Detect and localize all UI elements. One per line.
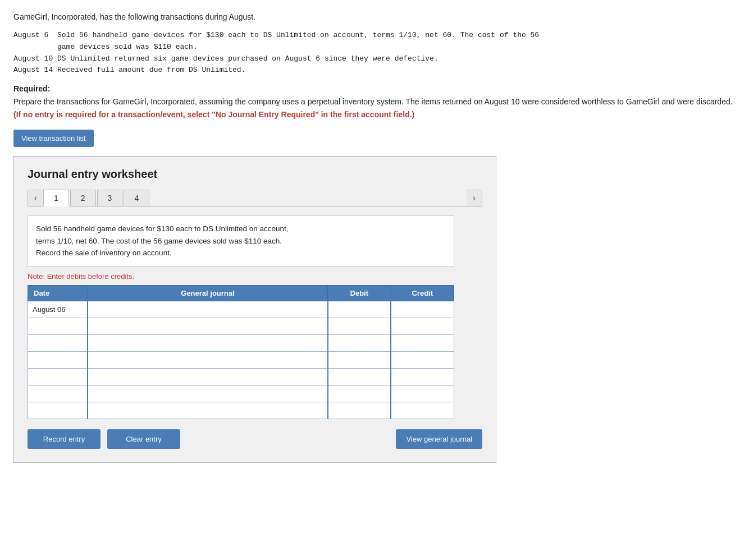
tab-3[interactable]: 3 — [97, 190, 123, 206]
credit-input-1[interactable] — [391, 301, 454, 318]
credit-input-2[interactable] — [391, 318, 454, 334]
prev-tab-button[interactable]: ‹ — [28, 190, 43, 206]
table-row — [28, 318, 454, 334]
debit-input-6[interactable] — [328, 385, 390, 402]
debit-cell-6 — [328, 385, 391, 402]
debit-input-1[interactable] — [328, 301, 390, 318]
date-cell-5 — [28, 368, 88, 385]
table-row — [28, 351, 454, 368]
journal-input-4[interactable] — [88, 352, 327, 368]
tab-1[interactable]: 1 — [43, 190, 69, 206]
debit-cell-2 — [328, 318, 391, 334]
credit-input-4[interactable] — [391, 352, 454, 368]
debit-input-3[interactable] — [328, 335, 390, 351]
debit-input-7[interactable] — [328, 402, 390, 419]
date-header: Date — [28, 285, 88, 301]
note-text: Note: Enter debits before credits. — [28, 272, 482, 281]
required-heading: Required: — [13, 84, 736, 93]
general-journal-header: General journal — [88, 285, 327, 301]
journal-input-5[interactable] — [88, 369, 327, 385]
required-text-red: (If no entry is required for a transacti… — [13, 110, 414, 119]
table-row — [28, 385, 454, 402]
required-text: Prepare the transactions for GameGirl, I… — [13, 95, 736, 121]
date-cell-7 — [28, 402, 88, 419]
table-row — [28, 402, 454, 419]
journal-cell-4 — [88, 351, 327, 368]
journal-cell-6 — [88, 385, 327, 402]
date-cell-2 — [28, 318, 88, 334]
worksheet-container: Journal entry worksheet ‹ 1 2 3 4 › Sold… — [13, 156, 496, 463]
credit-input-7[interactable] — [391, 402, 454, 419]
credit-header: Credit — [391, 285, 454, 301]
journal-input-7[interactable] — [88, 402, 327, 419]
debit-cell-7 — [328, 402, 391, 419]
debit-cell-5 — [328, 368, 391, 385]
table-row — [28, 334, 454, 351]
date-cell-1: August 06 — [28, 301, 88, 318]
credit-cell-7 — [391, 402, 454, 419]
journal-input-1[interactable] — [88, 301, 327, 318]
journal-input-2[interactable] — [88, 318, 327, 334]
journal-input-3[interactable] — [88, 335, 327, 351]
journal-cell-2 — [88, 318, 327, 334]
credit-input-3[interactable] — [391, 335, 454, 351]
next-tab-button[interactable]: › — [467, 190, 482, 206]
bottom-buttons: Record entry Clear entry View general jo… — [28, 429, 482, 449]
tab-4[interactable]: 4 — [124, 190, 149, 206]
journal-cell-1 — [88, 301, 327, 318]
date-cell-3 — [28, 334, 88, 351]
tab-2[interactable]: 2 — [70, 190, 96, 206]
credit-cell-3 — [391, 334, 454, 351]
credit-cell-5 — [391, 368, 454, 385]
intro-text: GameGirl, Incorporated, has the followin… — [13, 11, 736, 23]
journal-cell-3 — [88, 334, 327, 351]
journal-cell-5 — [88, 368, 327, 385]
view-transaction-button[interactable]: View transaction list — [13, 130, 94, 147]
journal-table: Date General journal Debit Credit August… — [28, 285, 454, 419]
worksheet-title: Journal entry worksheet — [28, 168, 482, 181]
table-row — [28, 368, 454, 385]
credit-input-5[interactable] — [391, 369, 454, 385]
required-text-normal: Prepare the transactions for GameGirl, I… — [13, 97, 733, 106]
debit-input-5[interactable] — [328, 369, 390, 385]
clear-entry-button[interactable]: Clear entry — [107, 429, 180, 449]
debit-header: Debit — [328, 285, 391, 301]
credit-cell-6 — [391, 385, 454, 402]
debit-cell-4 — [328, 351, 391, 368]
tabs-list: 1 2 3 4 — [43, 190, 467, 206]
tabs-row: ‹ 1 2 3 4 › — [28, 190, 482, 206]
debit-input-2[interactable] — [328, 318, 390, 334]
transactions-block: August 6 Sold 56 handheld game devices f… — [13, 30, 736, 76]
date-cell-4 — [28, 351, 88, 368]
credit-cell-4 — [391, 351, 454, 368]
table-row: August 06 — [28, 301, 454, 318]
view-general-journal-button[interactable]: View general journal — [396, 429, 482, 449]
date-cell-6 — [28, 385, 88, 402]
credit-input-6[interactable] — [391, 385, 454, 402]
journal-cell-7 — [88, 402, 327, 419]
record-entry-button[interactable]: Record entry — [28, 429, 101, 449]
credit-cell-2 — [391, 318, 454, 334]
description-box: Sold 56 handheld game devices for $130 e… — [28, 215, 454, 267]
debit-cell-1 — [328, 301, 391, 318]
credit-cell-1 — [391, 301, 454, 318]
debit-cell-3 — [328, 334, 391, 351]
debit-input-4[interactable] — [328, 352, 390, 368]
journal-input-6[interactable] — [88, 385, 327, 402]
